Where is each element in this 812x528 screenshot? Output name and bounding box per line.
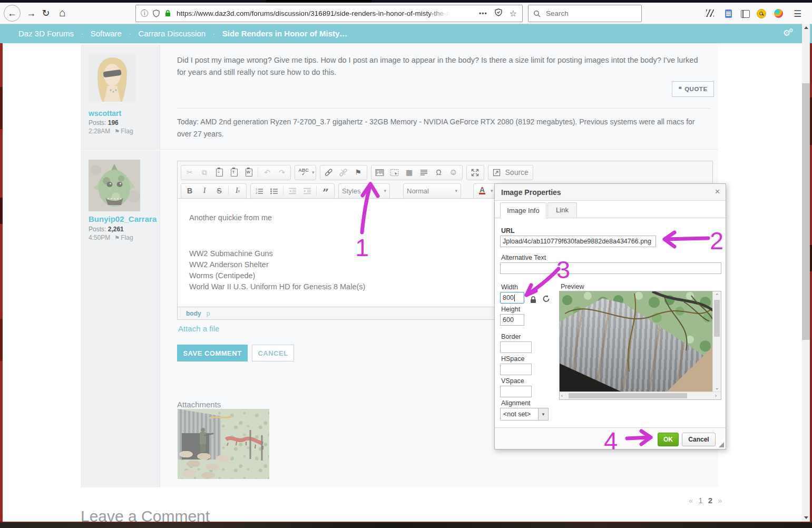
dialog-title-bar[interactable]: Image Properties <box>495 184 726 201</box>
avatar[interactable] <box>89 160 140 211</box>
format-dropdown[interactable]: Normal▾ <box>403 183 461 199</box>
url-bar[interactable]: ⓘ https://www.daz3d.com/forums/discussio… <box>135 5 523 22</box>
post1-author-link[interactable]: wscottart <box>89 109 121 118</box>
numbered-list-icon[interactable]: 12 <box>252 184 267 197</box>
paste-text-icon[interactable]: T <box>227 166 241 179</box>
url-text[interactable]: https://www.daz3d.com/forums/discussion/… <box>177 9 450 17</box>
spellcheck-icon[interactable]: ABC✓ <box>296 166 311 179</box>
url-input[interactable]: Jpload/4c/ab110779f630fabe9882de8a434766… <box>500 236 656 247</box>
dialog-resize-handle[interactable] <box>719 442 724 447</box>
ok-button[interactable]: OK <box>658 433 679 446</box>
outdent-icon[interactable] <box>285 184 300 197</box>
reset-size-icon[interactable] <box>542 295 550 305</box>
pagination-prev[interactable]: « <box>689 496 693 505</box>
search-input[interactable] <box>545 9 631 18</box>
home-button[interactable]: ⌂ <box>56 7 69 18</box>
special-char-icon[interactable]: Ω <box>432 166 446 179</box>
bullet-list-icon[interactable] <box>267 184 281 197</box>
search-box[interactable] <box>528 5 642 22</box>
remove-format-icon[interactable]: Ix <box>230 184 245 197</box>
pocket-shield-icon[interactable] <box>495 8 502 18</box>
extension-badge-icon[interactable] <box>757 9 766 17</box>
library-icon[interactable] <box>706 9 716 18</box>
source-button-label[interactable]: Source <box>504 168 532 177</box>
lock-ratio-icon[interactable] <box>530 296 537 306</box>
undo-icon[interactable]: ↶ <box>260 166 275 179</box>
avatar[interactable] <box>89 54 136 102</box>
preview-scroll-right-icon[interactable]: › <box>715 392 717 399</box>
alt-text-input[interactable] <box>500 262 721 274</box>
chevron-down-icon[interactable]: ▾ <box>538 408 548 420</box>
scroll-down-arrow[interactable] <box>802 514 810 522</box>
pagination-page-1[interactable]: 1 <box>698 496 702 505</box>
strikethrough-icon[interactable]: S <box>212 184 227 197</box>
quote-button[interactable]: ❝QUOTE <box>672 81 714 97</box>
reader-doc-icon[interactable] <box>725 9 735 18</box>
unlink-icon[interactable] <box>336 166 351 179</box>
post2-author-link[interactable]: Bunyip02_Carrara <box>89 214 156 223</box>
reload-button[interactable]: ↻ <box>40 8 52 18</box>
paste-icon[interactable]: ≡ <box>212 166 227 179</box>
attach-file-link[interactable]: Attach a file <box>178 324 219 333</box>
preview-hthumb[interactable] <box>569 393 687 398</box>
vspace-input[interactable] <box>500 386 532 397</box>
page-info-icon[interactable]: ⓘ <box>141 9 148 18</box>
scrollbar-thumb[interactable] <box>802 83 810 340</box>
attachment-thumbnail[interactable] <box>178 409 269 479</box>
path-body[interactable]: body <box>186 310 201 317</box>
preview-vthumb[interactable] <box>714 300 720 337</box>
width-input[interactable]: 800 <box>500 292 524 304</box>
link-icon[interactable] <box>321 166 336 179</box>
forum-settings-gear-icon[interactable]: ⚙⚙ <box>783 28 795 38</box>
forward-button[interactable]: → <box>25 8 37 18</box>
italic-icon[interactable]: I <box>197 184 212 197</box>
hamburger-menu-icon[interactable]: ☰ <box>794 8 803 17</box>
cut-icon[interactable]: ✂ <box>182 166 197 179</box>
dialog-close-icon[interactable]: ✕ <box>715 188 720 195</box>
anchor-flag-icon[interactable]: ⚑ <box>351 166 366 179</box>
border-input[interactable] <box>500 341 532 353</box>
paste-word-icon[interactable]: W <box>241 166 256 179</box>
tracking-shield-icon[interactable] <box>153 9 160 17</box>
save-comment-button[interactable]: SAVE COMMENT <box>177 345 248 361</box>
sidebars-icon[interactable] <box>741 10 750 18</box>
height-input[interactable]: 600 <box>500 314 524 326</box>
back-button[interactable]: ← <box>4 5 21 22</box>
source-icon[interactable] <box>490 166 504 179</box>
tab-image-info[interactable]: Image Info <box>500 202 546 218</box>
browser-scrollbar[interactable] <box>802 24 810 522</box>
hspace-input[interactable] <box>500 364 532 375</box>
alignment-select[interactable]: <not set> ▾ <box>500 408 549 421</box>
text-color-icon[interactable]: A <box>475 184 490 197</box>
horizontal-rule-icon[interactable] <box>417 166 432 179</box>
preview-scroll-up-icon[interactable]: ⌃ <box>715 292 719 299</box>
pagination-next[interactable]: » <box>718 496 722 505</box>
preview-hscrollbar[interactable]: ‹ › <box>560 392 721 399</box>
maximize-icon[interactable] <box>468 166 483 179</box>
scroll-up-arrow[interactable] <box>802 24 810 32</box>
indent-icon[interactable] <box>300 184 315 197</box>
tab-link[interactable]: Link <box>547 202 577 217</box>
https-lock-icon[interactable] <box>164 9 171 17</box>
preview-scroll-left-icon[interactable]: ‹ <box>561 392 563 399</box>
bold-icon[interactable]: B <box>182 184 197 197</box>
redo-icon[interactable]: ↷ <box>275 166 289 179</box>
preview-vscrollbar[interactable]: ⌃ ⌄ <box>712 291 721 392</box>
insert-media-icon[interactable] <box>387 166 402 179</box>
insert-image-icon[interactable] <box>373 166 387 179</box>
dialog-cancel-button[interactable]: Cancel <box>682 433 716 446</box>
page-actions-icon[interactable]: ••• <box>479 10 487 17</box>
breadcrumb-carrara[interactable]: Carrara Discussion <box>139 29 206 38</box>
preview-scroll-down-icon[interactable]: ⌄ <box>715 384 719 392</box>
extension-logo-icon[interactable] <box>774 9 784 17</box>
insert-table-icon[interactable]: ▦ <box>402 166 417 179</box>
smiley-icon[interactable]: ☺ <box>446 166 461 179</box>
breadcrumb-software[interactable]: Software <box>91 29 122 38</box>
bottom-pagination[interactable]: «12» <box>686 496 725 505</box>
cancel-button[interactable]: CANCEL <box>252 345 294 361</box>
copy-icon[interactable]: ⧉ <box>197 166 212 179</box>
breadcrumb-forums[interactable]: Daz 3D Forums <box>18 29 74 38</box>
bookmark-star-icon[interactable]: ☆ <box>510 8 517 18</box>
post1-flag-link[interactable]: Flag <box>121 128 133 135</box>
path-p[interactable]: p <box>207 310 210 317</box>
